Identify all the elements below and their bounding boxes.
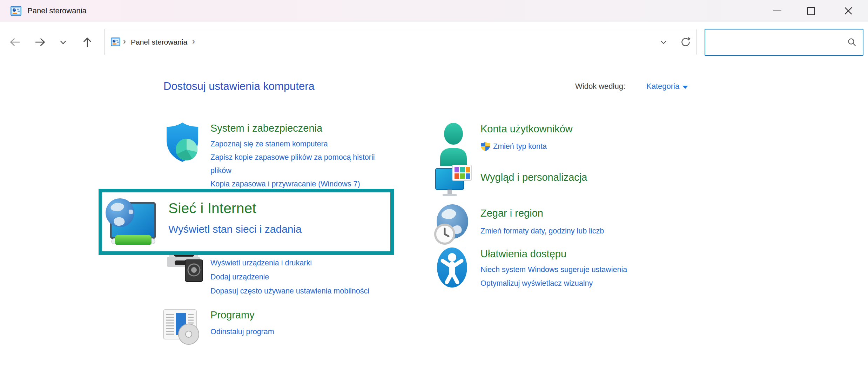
- up-button[interactable]: [78, 32, 97, 52]
- user-accounts-icon[interactable]: [437, 122, 470, 166]
- link-view-network-status[interactable]: Wyświetl stan sieci i zadania: [168, 223, 302, 235]
- hardware-sound-links: Wyświetl urządzenia i drukarki Dodaj urz…: [210, 256, 428, 298]
- network-internet-icon[interactable]: [105, 196, 156, 246]
- breadcrumb-chevron[interactable]: ›: [192, 37, 195, 46]
- breadcrumb-chevron[interactable]: ›: [123, 37, 126, 46]
- close-button[interactable]: [837, 0, 860, 22]
- link-change-account-type[interactable]: Zmień typ konta: [493, 141, 547, 151]
- ease-of-access-links: Niech system Windows sugeruje ustawienia…: [480, 263, 705, 290]
- view-by-dropdown[interactable]: Kategoria: [646, 82, 688, 91]
- section-header-ease-of-access[interactable]: Ułatwienia dostępu: [480, 248, 566, 260]
- control-panel-icon: [11, 6, 21, 16]
- link-view-devices-printers[interactable]: Wyświetl urządzenia i drukarki: [210, 256, 428, 270]
- back-icon: [9, 36, 21, 48]
- window-title: Panel sterowania: [27, 6, 87, 15]
- view-by-label: Widok według:: [575, 82, 625, 91]
- link-optimize-visual-display[interactable]: Optymalizuj wyświetlacz wizualny: [480, 277, 705, 290]
- programs-links: Odinstaluj program: [210, 325, 393, 338]
- maximize-button[interactable]: [799, 0, 822, 22]
- control-panel-icon: [111, 37, 120, 47]
- section-header-programs[interactable]: Programy: [210, 309, 255, 321]
- refresh-icon[interactable]: [680, 37, 691, 48]
- section-header-appearance[interactable]: Wygląd i personalizacja: [480, 172, 587, 183]
- control-panel-window: Panel sterowania: [0, 0, 868, 383]
- ease-of-access-icon[interactable]: [436, 247, 468, 288]
- titlebar: Panel sterowania: [0, 0, 868, 22]
- link-file-history-backup[interactable]: Zapisz kopie zapasowe plików za pomocą h…: [210, 151, 395, 177]
- view-by-value: Kategoria: [646, 82, 679, 91]
- hardware-sound-icon[interactable]: [166, 251, 203, 282]
- uac-shield-icon: [480, 141, 490, 151]
- minimize-icon: [773, 11, 781, 11]
- programs-icon[interactable]: [163, 308, 202, 345]
- link-windows-suggest-settings[interactable]: Niech system Windows sugeruje ustawienia: [480, 263, 705, 277]
- maximize-icon: [807, 7, 815, 15]
- close-icon: [844, 6, 853, 15]
- breadcrumb[interactable]: Panel sterowania: [131, 38, 187, 46]
- address-bar[interactable]: › Panel sterowania ›: [104, 29, 697, 55]
- up-icon: [81, 36, 93, 48]
- forward-icon: [34, 36, 46, 48]
- system-security-links: Zapoznaj się ze stanem komputera Zapisz …: [210, 137, 395, 191]
- page-title: Dostosuj ustawienia komputera: [163, 80, 315, 93]
- clock-region-links: Zmień formaty daty, godziny lub liczb: [480, 224, 698, 238]
- search-input[interactable]: [705, 32, 847, 53]
- recent-pages-button[interactable]: [55, 32, 71, 52]
- clock-region-icon[interactable]: [434, 204, 469, 245]
- section-header-clock-region[interactable]: Zegar i region: [480, 207, 543, 219]
- navbar: › Panel sterowania ›: [0, 22, 868, 61]
- link-change-date-formats[interactable]: Zmień formaty daty, godziny lub liczb: [480, 224, 698, 238]
- user-accounts-links: Zmień typ konta: [480, 141, 547, 151]
- link-uninstall-program[interactable]: Odinstaluj program: [210, 325, 393, 338]
- section-header-system-security[interactable]: System i zabezpieczenia: [210, 123, 322, 134]
- appearance-icon[interactable]: [435, 165, 473, 200]
- system-security-icon[interactable]: [164, 121, 201, 163]
- link-add-device[interactable]: Dodaj urządzenie: [210, 270, 428, 284]
- forward-button[interactable]: [31, 32, 50, 52]
- link-mobility-settings[interactable]: Dopasuj często używane ustawienia mobiln…: [210, 284, 428, 298]
- section-header-network-internet[interactable]: Sieć i Internet: [168, 200, 256, 217]
- section-header-user-accounts[interactable]: Konta użytkowników: [480, 123, 573, 135]
- minimize-button[interactable]: [766, 0, 789, 22]
- back-button[interactable]: [5, 32, 25, 52]
- link-check-computer-status[interactable]: Zapoznaj się ze stanem komputera: [210, 137, 395, 151]
- recent-pages-icon: [59, 38, 68, 47]
- search-box: [705, 29, 863, 56]
- chevron-down-icon: [682, 86, 688, 89]
- address-dropdown-icon[interactable]: [659, 38, 668, 47]
- search-icon[interactable]: [847, 37, 857, 48]
